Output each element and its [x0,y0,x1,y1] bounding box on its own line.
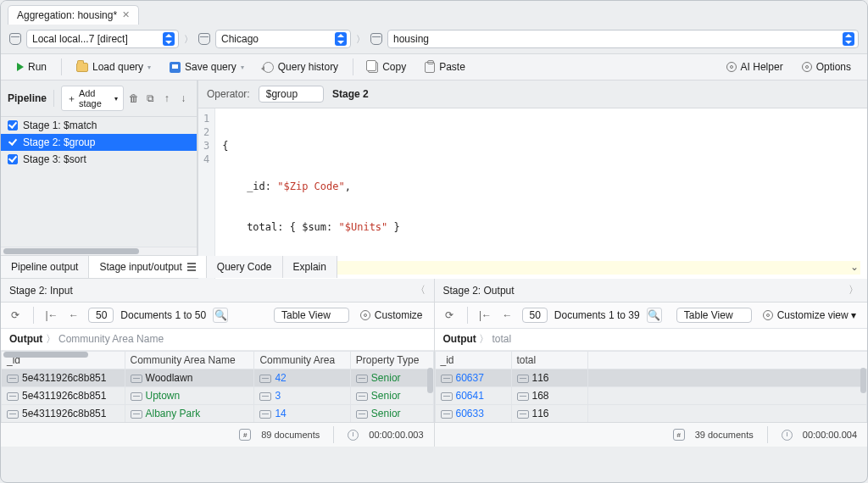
output-breadcrumb: Output 〉 total [435,329,868,351]
tab-query-code[interactable]: Query Code [207,256,283,278]
prev-page-icon[interactable]: ← [66,308,81,323]
collection-select[interactable]: housing [387,30,859,48]
input-table: _id Community Area Name Community Area P… [1,351,434,422]
refresh-icon[interactable]: ⟳ [8,308,23,323]
load-query-button[interactable]: Load query ▾ [69,58,159,76]
stage-heading: Stage 2 [332,88,369,100]
table-row[interactable]: 60641 168 [435,387,867,405]
crumb-root[interactable]: Output [9,333,42,345]
customize-button[interactable]: Customize [356,307,427,324]
table-row[interactable]: 60633 116 [435,405,867,423]
refresh-icon[interactable]: ⟳ [442,308,457,323]
clock-icon [782,430,793,441]
stage-list: Stage 1: $match Stage 2: $group Stage 3:… [1,117,197,247]
prev-page-icon[interactable]: ← [500,308,515,323]
customize-label: Customize [375,309,423,321]
folder-icon [76,63,88,72]
ai-helper-button[interactable]: AI Helper [719,58,791,76]
collection-value: housing [393,33,429,45]
col-area[interactable]: Community Area [254,352,350,369]
run-button[interactable]: Run [9,58,54,76]
save-icon [170,62,181,73]
paste-icon [425,62,435,73]
save-query-button[interactable]: Save query ▾ [162,58,252,76]
database-value: Chicago [221,33,259,45]
tab-pipeline-output[interactable]: Pipeline output [1,256,89,278]
vertical-scrollbar[interactable] [427,368,433,393]
chevron-left-icon[interactable]: 〈 [415,283,426,297]
history-label: Query history [278,61,338,73]
col-ptype[interactable]: Property Type [350,352,433,369]
search-icon[interactable]: 🔍 [647,308,662,323]
col-id[interactable]: _id [435,352,511,369]
page-size-select[interactable]: 50 [88,308,114,323]
table-row[interactable]: 60637 116 [435,369,867,387]
collection-icon [370,33,382,45]
horizontal-scrollbar[interactable] [1,247,197,255]
stage-item[interactable]: Stage 2: $group [1,134,197,151]
gear-icon [802,62,812,72]
document-tab[interactable]: Aggregation: housing* ✕ [8,5,139,25]
close-icon[interactable]: ✕ [122,9,130,20]
stage-item[interactable]: Stage 3: $sort [1,151,197,168]
first-page-icon[interactable]: |← [478,308,493,323]
table-header-row: _id total [435,352,867,369]
ai-label: AI Helper [741,61,783,73]
operator-select[interactable]: $group [259,86,324,103]
crumb-leaf[interactable]: Community Area Name [58,333,164,345]
add-stage-label: Add stage [79,88,112,108]
doc-range: Documents 1 to 39 [554,309,640,321]
collapse-icon[interactable]: ⌄ [842,256,867,278]
chevron-right-icon: 〉 [184,33,193,46]
move-up-icon[interactable]: ↑ [160,91,173,106]
stage-item[interactable]: Stage 1: $match [1,117,197,134]
col-name[interactable]: Community Area Name [125,352,254,369]
search-icon[interactable]: 🔍 [213,308,228,323]
checkbox-icon[interactable] [8,154,18,164]
checkbox-icon[interactable] [8,120,18,130]
pipeline-panel: Pipeline ＋ Add stage ▾ 🗑 ⧉ ↑ ↓ Stage 1: … [1,80,198,255]
database-select[interactable]: Chicago [215,30,351,48]
page-size-select[interactable]: 50 [522,308,548,323]
connection-select[interactable]: Local local...7 [direct] [26,30,179,48]
paste-button[interactable]: Paste [417,58,473,76]
output-toolbar: ⟳ |← ← 50 Documents 1 to 39 🔍 Table View… [435,303,868,329]
breadcrumb: Local local...7 [direct] 〉 Chicago 〉 hou… [1,25,867,53]
customize-view-button[interactable]: Customize view ▾ [759,307,860,324]
first-page-icon[interactable]: |← [44,308,59,323]
tab-explain[interactable]: Explain [283,256,337,278]
pipeline-header: Pipeline ＋ Add stage ▾ 🗑 ⧉ ↑ ↓ [1,80,197,117]
table-row[interactable]: 5e4311926c8b851 Woodlawn 42 Senior [2,369,434,387]
crumb-leaf[interactable]: total [492,333,512,345]
duplicate-icon[interactable]: ⧉ [144,91,157,106]
add-stage-button[interactable]: ＋ Add stage ▾ [61,86,124,111]
table-row[interactable]: 5e4311926c8b851 Uptown 3 Senior [2,387,434,405]
options-button[interactable]: Options [794,58,859,76]
elapsed-time: 00:00:00.004 [803,430,857,440]
vertical-scrollbar[interactable] [860,368,866,393]
load-label: Load query [92,61,143,73]
output-footer: # 39 documents 00:00:00.004 [435,422,868,447]
trash-icon[interactable]: 🗑 [127,91,140,106]
copy-button[interactable]: Copy [360,58,414,76]
table-row[interactable]: 5e4311926c8b851 Albany Park 14 Senior [2,405,434,423]
page-size-value: 50 [530,309,541,321]
chevron-right-icon[interactable]: 〉 [849,283,859,297]
query-history-button[interactable]: Query history [255,58,346,76]
main-toolbar: Run Load query ▾ Save query ▾ Query hist… [1,53,867,80]
checkbox-icon[interactable] [8,137,18,147]
move-down-icon[interactable]: ↓ [177,91,190,106]
output-title: Stage 2: Output [443,285,515,297]
editor-panel: Operator: $group Stage 2 1234 { _id: "$Z… [198,80,867,255]
copy-icon [368,62,378,73]
crumb-root[interactable]: Output [443,333,476,345]
text-icon [356,375,368,383]
tab-stage-io[interactable]: Stage input/output [89,256,206,278]
clock-icon [348,430,359,441]
col-total[interactable]: total [511,352,587,369]
input-toolbar: ⟳ |← ← 50 Documents 1 to 50 🔍 Table View… [1,303,434,329]
sparkle-icon [726,62,737,72]
view-mode-select[interactable]: Table View [676,308,752,323]
stage-input-pane: Stage 2: Input 〈 ⟳ |← ← 50 Documents 1 t… [1,279,435,447]
view-mode-select[interactable]: Table View [274,308,349,323]
